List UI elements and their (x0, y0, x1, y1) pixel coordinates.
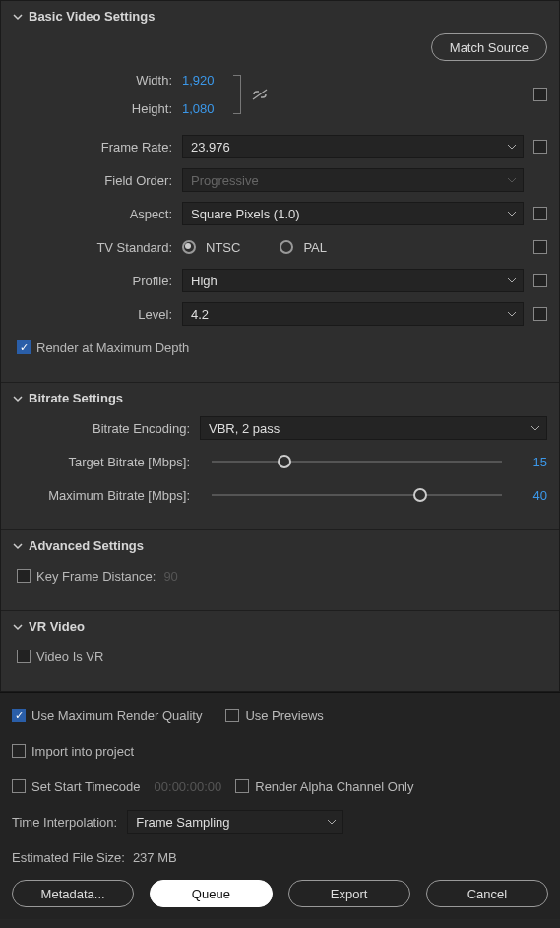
bitrate-header[interactable]: Bitrate Settings (13, 391, 547, 405)
chevron-down-icon (13, 622, 23, 632)
video-is-vr-label: Video Is VR (36, 650, 103, 664)
basic-video-section: Basic Video Settings Match Source Width:… (1, 1, 559, 382)
chevron-down-icon (327, 817, 337, 827)
field-order-dropdown: Progressive (182, 168, 524, 192)
use-previews-label: Use Previews (245, 709, 323, 723)
field-order-label: Field Order: (13, 173, 182, 188)
vr-header[interactable]: VR Video (13, 619, 547, 634)
chevron-down-icon (507, 175, 517, 185)
aspect-dropdown[interactable]: Square Pixels (1.0) (182, 202, 524, 225)
time-interpolation-dropdown[interactable]: Frame Sampling (127, 810, 343, 834)
bitrate-encoding-label: Bitrate Encoding: (13, 421, 200, 436)
time-interpolation-value: Frame Sampling (136, 815, 229, 830)
export-button[interactable]: Export (288, 880, 410, 907)
unlink-icon[interactable] (249, 86, 271, 103)
bottom-panel: Use Maximum Render Quality Use Previews … (0, 692, 560, 919)
target-bitrate-slider[interactable] (212, 452, 502, 471)
height-label: Height: (13, 101, 182, 116)
chevron-down-icon (507, 309, 517, 319)
advanced-section: Advanced Settings Key Frame Distance: 90 (1, 529, 559, 610)
render-max-depth-label: Render at Maximum Depth (36, 340, 189, 355)
use-max-render-quality-checkbox[interactable]: Use Maximum Render Quality (12, 709, 202, 723)
profile-match-checkbox[interactable] (533, 274, 547, 287)
bitrate-section: Bitrate Settings Bitrate Encoding: VBR, … (1, 382, 559, 529)
level-match-checkbox[interactable] (533, 307, 547, 321)
field-order-value: Progressive (191, 173, 259, 188)
width-label: Width: (13, 73, 182, 88)
frame-rate-value: 23.976 (191, 140, 230, 155)
time-interpolation-label: Time Interpolation: (12, 815, 117, 830)
chevron-down-icon (507, 276, 517, 285)
render-alpha-label: Render Alpha Channel Only (255, 779, 413, 794)
chevron-down-icon (13, 12, 23, 22)
key-frame-distance-checkbox[interactable]: Key Frame Distance: (17, 569, 156, 584)
target-bitrate-value[interactable]: 15 (514, 455, 547, 469)
section-title: VR Video (29, 619, 85, 634)
section-title: Advanced Settings (29, 538, 144, 553)
max-bitrate-slider[interactable] (212, 485, 502, 505)
chevron-down-icon (13, 541, 23, 551)
basic-video-header[interactable]: Basic Video Settings (13, 9, 547, 24)
metadata-button[interactable]: Metadata... (12, 880, 134, 907)
section-title: Basic Video Settings (29, 9, 155, 24)
dimension-bracket (233, 75, 241, 114)
key-frame-distance-label: Key Frame Distance: (36, 569, 156, 584)
width-height-match-checkbox[interactable] (533, 88, 547, 101)
estimated-file-size-value: 237 MB (133, 850, 177, 865)
queue-button[interactable]: Queue (150, 880, 272, 907)
import-into-project-checkbox[interactable]: Import into project (12, 744, 134, 759)
cancel-button[interactable]: Cancel (426, 880, 548, 907)
tv-standard-label: TV Standard: (13, 240, 182, 255)
match-source-button[interactable]: Match Source (431, 33, 547, 61)
chevron-down-icon (507, 142, 517, 152)
estimated-file-size-label: Estimated File Size: (12, 850, 125, 865)
bitrate-encoding-value: VBR, 2 pass (209, 421, 280, 436)
chevron-down-icon (507, 209, 517, 218)
max-bitrate-label: Maximum Bitrate [Mbps]: (13, 488, 200, 503)
aspect-label: Aspect: (13, 207, 182, 221)
use-previews-checkbox[interactable]: Use Previews (225, 709, 323, 723)
use-max-render-quality-label: Use Maximum Render Quality (31, 709, 202, 723)
target-bitrate-label: Target Bitrate [Mbps]: (13, 455, 200, 469)
level-label: Level: (13, 307, 182, 322)
chevron-down-icon (13, 394, 23, 403)
frame-rate-dropdown[interactable]: 23.976 (182, 135, 524, 158)
aspect-match-checkbox[interactable] (533, 207, 547, 220)
video-is-vr-checkbox[interactable]: Video Is VR (17, 650, 103, 664)
ntsc-radio[interactable]: NTSC (182, 240, 240, 255)
level-value: 4.2 (191, 307, 209, 322)
set-start-timecode-checkbox[interactable]: Set Start Timecode (12, 779, 141, 794)
pal-label: PAL (303, 240, 327, 255)
level-dropdown[interactable]: 4.2 (182, 302, 524, 326)
pal-radio[interactable]: PAL (280, 240, 327, 255)
bitrate-encoding-dropdown[interactable]: VBR, 2 pass (200, 416, 547, 440)
profile-value: High (191, 274, 218, 288)
advanced-header[interactable]: Advanced Settings (13, 538, 547, 553)
profile-label: Profile: (13, 274, 182, 288)
width-value[interactable]: 1,920 (182, 73, 225, 88)
key-frame-distance-value: 90 (163, 569, 177, 584)
render-alpha-checkbox[interactable]: Render Alpha Channel Only (235, 779, 413, 794)
max-bitrate-value[interactable]: 40 (514, 488, 547, 503)
import-into-project-label: Import into project (31, 744, 134, 759)
svg-line-0 (253, 90, 267, 99)
profile-dropdown[interactable]: High (182, 269, 524, 292)
height-value[interactable]: 1,080 (182, 101, 225, 116)
render-max-depth-checkbox[interactable]: Render at Maximum Depth (17, 340, 189, 355)
ntsc-label: NTSC (206, 240, 240, 255)
frame-rate-match-checkbox[interactable] (533, 140, 547, 154)
aspect-value: Square Pixels (1.0) (191, 207, 300, 221)
frame-rate-label: Frame Rate: (13, 140, 182, 155)
vr-section: VR Video Video Is VR (1, 610, 559, 691)
tv-standard-match-checkbox[interactable] (533, 240, 547, 254)
set-start-timecode-label: Set Start Timecode (31, 779, 141, 794)
start-timecode-value: 00:00:00:00 (155, 779, 222, 794)
chevron-down-icon (530, 423, 540, 433)
section-title: Bitrate Settings (29, 391, 123, 405)
